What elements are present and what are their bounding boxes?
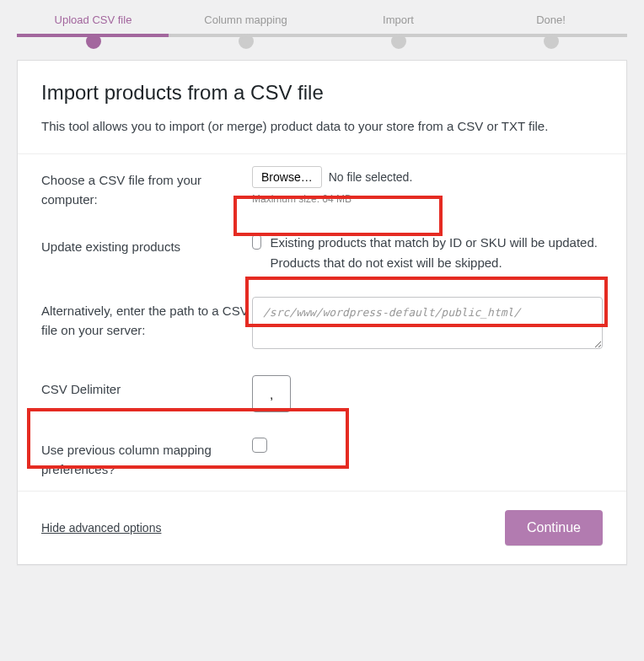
server-path-input[interactable] <box>252 297 603 349</box>
update-existing-label: Update existing products <box>41 233 252 257</box>
card-header: Import products from a CSV file This too… <box>18 61 626 153</box>
file-status: No file selected. <box>329 170 413 184</box>
card-body: Choose a CSV file from your computer: Br… <box>18 153 626 492</box>
browse-button[interactable]: Browse… <box>252 166 322 188</box>
step-import[interactable]: Import <box>322 13 475 46</box>
row-server-path: Alternatively, enter the path to a CSV f… <box>18 285 626 363</box>
row-update-existing: Update existing products Existing produc… <box>18 221 626 285</box>
page-title: Import products from a CSV file <box>41 81 603 105</box>
prev-mapping-checkbox[interactable] <box>252 438 267 453</box>
step-mapping[interactable]: Column mapping <box>169 13 322 46</box>
wizard-stepper: Upload CSV file Column mapping Import Do… <box>0 0 644 46</box>
step-done[interactable]: Done! <box>475 13 627 46</box>
page-subtitle: This tool allows you to import (or merge… <box>41 116 603 137</box>
import-card: Import products from a CSV file This too… <box>17 60 627 565</box>
delimiter-input[interactable] <box>252 375 291 412</box>
prev-mapping-label: Use previous column mapping preferences? <box>41 436 252 479</box>
max-size-hint: Maximum size: 64 MB <box>252 193 603 205</box>
step-upload[interactable]: Upload CSV file <box>17 13 169 46</box>
continue-button[interactable]: Continue <box>505 510 603 545</box>
server-path-label: Alternatively, enter the path to a CSV f… <box>41 297 252 340</box>
hide-advanced-link[interactable]: Hide advanced options <box>41 521 161 535</box>
choose-file-label: Choose a CSV file from your computer: <box>41 166 252 209</box>
row-choose-file: Choose a CSV file from your computer: Br… <box>18 154 626 221</box>
update-existing-checkbox[interactable] <box>252 234 261 250</box>
update-existing-desc: Existing products that match by ID or SK… <box>270 233 603 273</box>
delimiter-label: CSV Delimiter <box>41 375 252 400</box>
row-delimiter: CSV Delimiter <box>18 363 626 424</box>
card-footer: Hide advanced options Continue <box>18 492 626 564</box>
row-prev-mapping: Use previous column mapping preferences? <box>18 424 626 491</box>
